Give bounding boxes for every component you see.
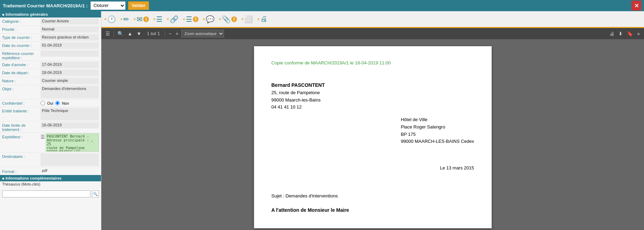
pdf-bookmark-btn[interactable]: 🔖 <box>625 30 634 37</box>
toolbar-link[interactable]: + 🔗 <box>167 15 179 23</box>
pdf-next-btn[interactable]: ▼ <box>135 30 143 37</box>
field-entite: Entité traitante : Pôle Technique <box>0 107 101 121</box>
link-add-icon: + <box>167 17 169 22</box>
confidentiel-oui-label: Oui <box>47 101 53 105</box>
field-objet: Objet : Demandes d'interventions <box>0 85 101 99</box>
share-add-icon: + <box>153 17 155 22</box>
edit-add-icon: + <box>120 17 123 22</box>
date-courrier-label: Date du courrier : <box>2 42 41 48</box>
print-icon: 🖨 <box>260 15 267 23</box>
left-panel: Informations générales Catégorie : Courr… <box>0 11 101 230</box>
receiver-name: Hôtel de Ville <box>401 116 474 124</box>
sender-name: Bernard PASCONTENT <box>272 82 325 88</box>
categorie-label: Catégorie : <box>2 18 41 23</box>
expediteur-textarea[interactable]: PASCONTENT Bernard - Adresse principale … <box>46 133 99 152</box>
confidentiel-oui-radio[interactable] <box>41 101 45 105</box>
field-priorite: Priorité : Normal <box>0 26 101 34</box>
expediteur-icon[interactable]: ☰ <box>41 133 45 140</box>
field-date-depart: Date de départ : 18-04-2019 <box>0 69 101 77</box>
email-icon: ✉ <box>137 15 143 23</box>
pdf-zoom-out-btn[interactable]: − <box>167 30 173 37</box>
doc-subject: Sujet : Demandes d'interventions <box>272 193 338 198</box>
date-arrivee-value: 17-04-2019 <box>41 62 99 68</box>
main-container: Informations générales Catégorie : Courr… <box>0 11 644 230</box>
history-add-icon: + <box>104 17 107 22</box>
expediteur-label: Expéditeur : <box>2 133 41 139</box>
toolbar-history[interactable]: + 🕐 <box>104 15 116 23</box>
print-add-icon: + <box>257 17 260 22</box>
thesaurus-input[interactable] <box>2 190 91 197</box>
pdf-page-info: 1 sur 1 <box>147 31 160 36</box>
header-title: Traitement Courrier MAARCH/2019A/1 : <box>3 3 88 8</box>
list-badge: 2 <box>193 16 198 22</box>
expediteur-content: ☰ PASCONTENT Bernard - Adresse principal… <box>41 133 99 152</box>
priorite-value: Normal <box>41 26 99 33</box>
toolbar-copy[interactable]: + ⬜ <box>241 15 253 23</box>
receiver-address3: 99000 MAARCH-LES-BAINS Cedex <box>401 138 474 145</box>
field-confidentiel: Confidentiel : Oui Non <box>0 99 101 107</box>
attach-icon: 📎 <box>222 15 231 23</box>
doc-copie-conforme: Copie conforme de MAARCH/2019A/1 le 18-0… <box>272 60 474 65</box>
entite-label: Entité traitante : <box>2 108 41 113</box>
reference-label: Référence courrier expéditeur : <box>2 50 41 60</box>
confidentiel-non-radio[interactable] <box>55 101 60 105</box>
header: Traitement Courrier MAARCH/2019A/1 : Clo… <box>0 0 644 11</box>
list-icon: ☰ <box>186 15 192 23</box>
history-icon: 🕐 <box>107 15 116 23</box>
toolbar-list[interactable]: + ☰ 2 <box>183 15 198 23</box>
share-icon: ☰ <box>156 15 162 23</box>
toolbar-share[interactable]: + ☰ <box>153 15 162 23</box>
pdf-expand-btn[interactable]: » <box>636 30 641 37</box>
thesaurus-search-button[interactable]: 🔍 <box>92 190 99 197</box>
objet-label: Objet : <box>2 86 41 91</box>
field-destinataire: Destinataire : <box>0 153 101 167</box>
pdf-zoom-in-btn[interactable]: + <box>174 30 180 37</box>
close-button[interactable]: ✕ <box>631 1 641 11</box>
pdf-download-btn[interactable]: ⬇ <box>617 30 624 37</box>
nature-value: Courrier simple <box>41 78 99 84</box>
toolbar-comment[interactable]: + 💬 <box>203 15 215 23</box>
thesaurus-row: 🔍 <box>0 189 101 199</box>
confidentiel-non-label: Non <box>62 101 69 105</box>
pdf-separator-1 <box>114 30 114 37</box>
edit-icon: ✏ <box>123 15 129 23</box>
priorite-label: Priorité : <box>2 26 41 32</box>
date-limite-label: Date limite de traitement : <box>2 122 41 132</box>
type-courrier-label: Type de courrier : <box>2 34 41 40</box>
section-complementary-header: Informations complémentaires <box>0 175 101 181</box>
field-date-limite: Date limite de traitement : 16-06-2019 <box>0 121 101 133</box>
toolbar-attach[interactable]: + 📎 2 <box>219 15 237 23</box>
toolbar-edit[interactable]: + ✏ <box>120 15 129 23</box>
pdf-print-btn[interactable]: 🖨 <box>608 30 616 37</box>
pdf-sidebar-toggle[interactable]: ☰ <box>104 30 111 37</box>
destinataire-label: Destinataire : <box>2 153 41 159</box>
toolbar-print[interactable]: + 🖨 <box>257 15 267 23</box>
pdf-prev-btn[interactable]: ▲ <box>126 30 134 37</box>
toolbar-email[interactable]: + ✉ 1 <box>133 15 149 23</box>
email-add-icon: + <box>133 17 136 22</box>
field-date-arrivee: Date d'arrivée : 17-04-2019 <box>0 61 101 69</box>
date-courrier-value: 01-04-2019 <box>41 42 99 49</box>
pdf-separator-2 <box>165 30 165 37</box>
categorie-value: Courrier Arrivée <box>41 18 99 25</box>
attach-add-icon: + <box>219 17 221 22</box>
entite-value: Pôle Technique <box>41 108 99 120</box>
type-courrier-value: Recours gracieux et réclam <box>41 34 99 41</box>
doc-attention: A l'attention de Monsieur le Maire <box>272 207 349 213</box>
field-format: Format : pdf <box>0 167 101 175</box>
attach-badge: 2 <box>231 16 237 22</box>
action-dropdown[interactable]: Cloturer <box>91 1 125 10</box>
copy-icon: ⬜ <box>244 15 253 23</box>
receiver-address1: Place Roger Salengro <box>401 124 474 131</box>
pdf-zoom-btn[interactable]: 🔍 <box>116 30 125 37</box>
pdf-toolbar: ☰ 🔍 ▲ ▼ 1 sur 1 − + Zoom automatique 🖨 ⬇… <box>101 28 644 39</box>
field-date-courrier: Date du courrier : 01-04-2019 <box>0 42 101 50</box>
copy-add-icon: + <box>241 17 244 22</box>
pdf-zoom-select[interactable]: Zoom automatique <box>181 30 224 37</box>
field-type-courrier: Type de courrier : Recours gracieux et r… <box>0 34 101 42</box>
field-categorie: Catégorie : Courrier Arrivée <box>0 18 101 26</box>
validate-button[interactable]: Valider <box>128 1 149 10</box>
comment-add-icon: + <box>203 17 205 22</box>
doc-receiver: Hôtel de Ville Place Roger Salengro BP 1… <box>401 116 474 145</box>
field-reference: Référence courrier expéditeur : <box>0 50 101 61</box>
